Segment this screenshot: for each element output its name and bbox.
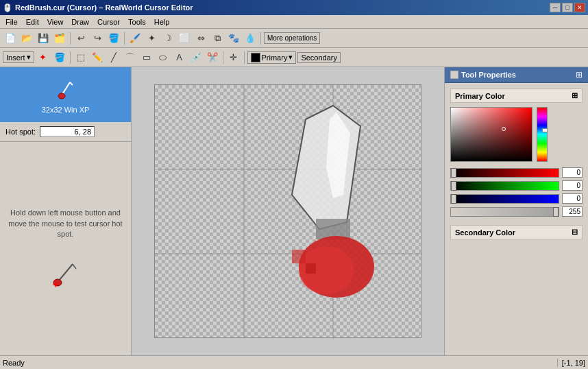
primary-color-swatch <box>251 53 260 62</box>
secondary-color-label: Secondary Color <box>455 228 515 237</box>
size-button[interactable]: ⇔ <box>193 31 208 46</box>
rect-tool[interactable]: ▭ <box>139 50 154 65</box>
green-slider-track[interactable] <box>450 181 559 191</box>
red-slider-thumb[interactable] <box>451 168 456 178</box>
spectrum-marker <box>542 128 548 132</box>
green-value-input[interactable] <box>562 180 583 191</box>
main-layout: 32x32 Win XP Hot spot: Hold down left mo… <box>0 67 588 355</box>
red-slider-row <box>450 167 583 178</box>
cursor-preview-icon <box>55 78 77 100</box>
cursor-label: 32x32 Win XP <box>42 106 90 114</box>
star-button[interactable]: ✦ <box>144 31 159 46</box>
green-slider-row <box>450 180 583 191</box>
curve-tool[interactable]: ⌒ <box>123 50 138 65</box>
marquee-tool[interactable]: ⬚ <box>73 50 88 65</box>
open-button[interactable]: 📂 <box>19 31 34 46</box>
color-gradient-marker <box>502 127 506 131</box>
eyedrop-button[interactable]: 💧 <box>243 31 258 46</box>
secondary-label: Secondary <box>301 53 337 62</box>
insert-dropdown-icon[interactable]: ▾ <box>27 53 31 62</box>
menu-help[interactable]: Help <box>150 16 174 27</box>
fill-tool[interactable]: 🪣 <box>52 50 67 65</box>
sep2 <box>124 32 125 45</box>
title-bar: 🖱️ RedBrush.cur (Cursor) – RealWorld Cur… <box>0 0 588 15</box>
svg-line-1 <box>70 82 73 85</box>
checkbox-icon[interactable] <box>450 71 458 79</box>
color-gradient-picker[interactable] <box>450 107 532 162</box>
primary-color-button[interactable]: Primary ▾ <box>247 51 297 64</box>
alpha-slider-row <box>450 206 583 217</box>
layers-button[interactable]: ⧉ <box>210 31 225 46</box>
alpha-value-input[interactable] <box>562 206 583 217</box>
color-spectrum-slider[interactable] <box>537 107 548 162</box>
cursor-mini-preview <box>49 254 83 289</box>
redo-button[interactable]: ↪ <box>90 31 105 46</box>
hotspot-area: Hot spot: <box>0 122 131 142</box>
cursor-icon-area <box>52 75 79 103</box>
insert-label: Insert <box>6 53 25 62</box>
secondary-color-button[interactable]: Secondary <box>297 52 341 63</box>
red-value-input[interactable] <box>562 167 583 178</box>
crop-tool[interactable]: ✂️ <box>205 50 220 65</box>
blue-slider-row <box>450 193 583 204</box>
cursor-import-button[interactable]: 🐾 <box>226 31 241 46</box>
blue-slider-thumb[interactable] <box>451 194 456 204</box>
menu-tools[interactable]: Tools <box>124 16 150 27</box>
sep1 <box>70 32 71 45</box>
paint-bucket-button[interactable]: 🪣 <box>106 31 121 46</box>
select-tool[interactable]: ✦ <box>36 50 51 65</box>
secondary-collapse-icon[interactable]: ⊟ <box>572 228 578 237</box>
menu-edit[interactable]: Edit <box>22 16 43 27</box>
hotspot-input[interactable] <box>40 126 95 137</box>
status-text: Ready <box>3 359 25 367</box>
green-slider-thumb[interactable] <box>451 181 456 191</box>
primary-dropdown-icon[interactable]: ▾ <box>289 53 293 62</box>
sep6 <box>244 51 245 64</box>
sep3 <box>260 32 261 45</box>
tool-props-collapse-button[interactable]: ⊞ <box>576 70 583 80</box>
app-icon: 🖱️ <box>3 3 12 12</box>
menu-view[interactable]: View <box>43 16 68 27</box>
line-tool[interactable]: ╱ <box>106 50 121 65</box>
minimize-button[interactable]: ─ <box>550 3 561 12</box>
menu-cursor[interactable]: Cursor <box>93 16 124 27</box>
moon-button[interactable]: ☽ <box>160 31 175 46</box>
new-button[interactable]: 📄 <box>3 31 18 46</box>
primary-collapse-icon[interactable]: ⊞ <box>572 91 578 100</box>
undo-button[interactable]: ↩ <box>73 31 88 46</box>
insert-button[interactable]: Insert ▾ <box>3 51 34 63</box>
brush-button[interactable]: 🖌️ <box>127 31 143 46</box>
primary-label: Primary <box>262 53 288 62</box>
rect-button[interactable]: ⬜ <box>177 31 192 46</box>
menu-draw[interactable]: Draw <box>67 16 93 27</box>
cursor-preview-area: 32x32 Win XP <box>0 67 131 122</box>
sep4 <box>70 51 71 64</box>
save-all-button[interactable]: 🗂️ <box>52 31 67 46</box>
maximize-button[interactable]: □ <box>562 3 573 12</box>
alpha-slider-track[interactable] <box>450 207 559 217</box>
svg-line-4 <box>73 264 76 269</box>
toolbar-2: Insert ▾ ✦ 🪣 ⬚ ✏️ ╱ ⌒ ▭ ⬭ A 💉 ✂️ ✛ Prima… <box>0 48 588 67</box>
alpha-slider-thumb[interactable] <box>553 207 559 217</box>
more-operations-button[interactable]: More operations <box>264 32 320 44</box>
text-tool[interactable]: A <box>172 50 187 65</box>
eyedropper-tool[interactable]: 💉 <box>188 50 204 65</box>
color-picker-area <box>450 107 583 162</box>
tool-props-label: Tool Properties <box>461 71 516 79</box>
pencil-tool[interactable]: ✏️ <box>90 50 105 65</box>
secondary-color-header[interactable]: Secondary Color ⊟ <box>450 225 583 239</box>
red-slider-track[interactable] <box>450 168 559 178</box>
canvas-area <box>132 67 444 355</box>
ellipse-tool[interactable]: ⬭ <box>156 50 171 65</box>
close-button[interactable]: ✕ <box>574 3 585 12</box>
blue-value-input[interactable] <box>562 193 583 204</box>
status-bar: Ready [-1, 19] <box>0 355 588 369</box>
blue-slider-track[interactable] <box>450 194 559 204</box>
primary-color-header[interactable]: Primary Color ⊞ <box>450 88 583 103</box>
canvas-container[interactable] <box>154 84 421 338</box>
save-button[interactable]: 💾 <box>36 31 51 46</box>
move-tool[interactable]: ✛ <box>226 50 241 65</box>
title-controls: ─ □ ✕ <box>550 3 585 12</box>
svg-rect-19 <box>292 250 306 263</box>
menu-file[interactable]: File <box>1 16 22 27</box>
